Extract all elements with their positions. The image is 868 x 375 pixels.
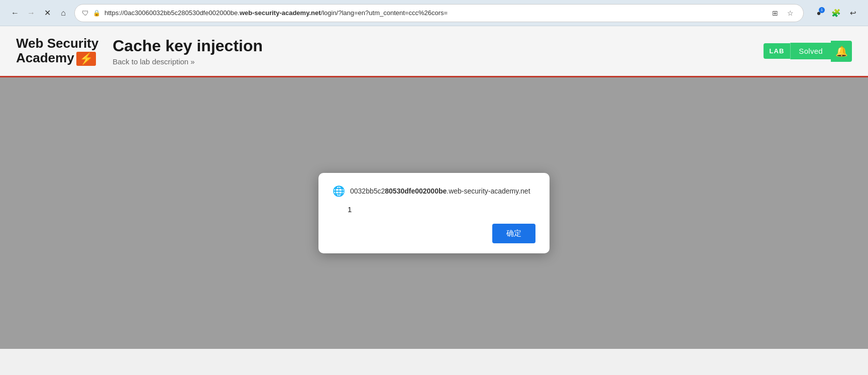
qr-code-button[interactable]: ⊞ [769, 7, 781, 19]
lab-title: Cache key injection [113, 36, 263, 55]
solved-badge: Solved [790, 43, 831, 59]
forward-button[interactable]: → [24, 6, 38, 20]
url-rest-part: /login/?lang=en?utm_content=ccc%26cors= [321, 9, 448, 17]
ok-button[interactable]: 确定 [492, 224, 535, 243]
nav-buttons: ← → ✕ ⌂ [8, 6, 70, 20]
dialog-header: 🌐 0032bb5c280530dfe002000be.web-security… [333, 185, 535, 197]
header-right: LAB Solved 🔔 [764, 41, 852, 62]
chevron-icon: » [190, 57, 194, 66]
browser-chrome: ← → ✕ ⌂ 🛡 🔒 https://0ac30060032bb5c28053… [0, 0, 868, 26]
header-title-section: Cache key injection Back to lab descript… [113, 36, 263, 66]
back-button[interactable]: ← [8, 6, 22, 20]
home-button[interactable]: ⌂ [56, 6, 70, 20]
notification-button[interactable]: 🔔 [831, 41, 852, 62]
toolbar-right: ● 1 🧩 ↩ [812, 6, 860, 20]
url-plain-part: https://0ac30060032bb5c280530dfe002000be… [104, 9, 240, 17]
dialog-box: 🌐 0032bb5c280530dfe002000be.web-security… [318, 173, 550, 253]
globe-icon: 🌐 [333, 185, 345, 197]
back-link-text: Back to lab description [113, 57, 188, 66]
domain-bold: 80530dfe002000be [385, 187, 447, 195]
logo: Web Security Academy⚡ [16, 36, 98, 66]
bookmark-button[interactable]: ☆ [784, 7, 796, 19]
dialog-message: 1 [333, 205, 535, 214]
main-content: 🌐 0032bb5c280530dfe002000be.web-security… [0, 77, 868, 349]
extensions-button[interactable]: ● 1 [812, 6, 826, 20]
address-bar[interactable]: 🛡 🔒 https://0ac30060032bb5c280530dfe0020… [74, 4, 804, 22]
puzzle-button[interactable]: 🧩 [829, 6, 843, 20]
header-left: Web Security Academy⚡ Cache key injectio… [16, 36, 263, 66]
reload-icon: ↩ [850, 9, 856, 18]
logo-icon: ⚡ [76, 52, 96, 66]
lock-icon: 🔒 [93, 10, 100, 17]
url-text: https://0ac30060032bb5c280530dfe002000be… [104, 9, 765, 17]
dialog-overlay: 🌐 0032bb5c280530dfe002000be.web-security… [0, 77, 868, 349]
address-bar-actions: ⊞ ☆ [769, 7, 796, 19]
domain-suffix: .web-security-academy.net [447, 187, 530, 195]
reload-button[interactable]: ↩ [846, 6, 860, 20]
dialog-footer: 确定 [333, 224, 535, 243]
shield-icon: 🛡 [82, 9, 89, 17]
lab-badge: LAB [764, 43, 791, 59]
notification-badge: 1 [819, 7, 825, 13]
notification-icon: 🔔 [835, 45, 848, 57]
url-bold-part: web-security-academy.net [240, 9, 321, 17]
close-button[interactable]: ✕ [40, 6, 54, 20]
logo-text: Web Security Academy⚡ [16, 36, 98, 66]
page-header: Web Security Academy⚡ Cache key injectio… [0, 26, 868, 77]
domain-prefix: 0032bb5c2 [350, 187, 385, 195]
dialog-domain: 0032bb5c280530dfe002000be.web-security-a… [350, 187, 530, 195]
back-to-lab-link[interactable]: Back to lab description » [113, 57, 263, 66]
puzzle-icon: 🧩 [831, 9, 841, 18]
